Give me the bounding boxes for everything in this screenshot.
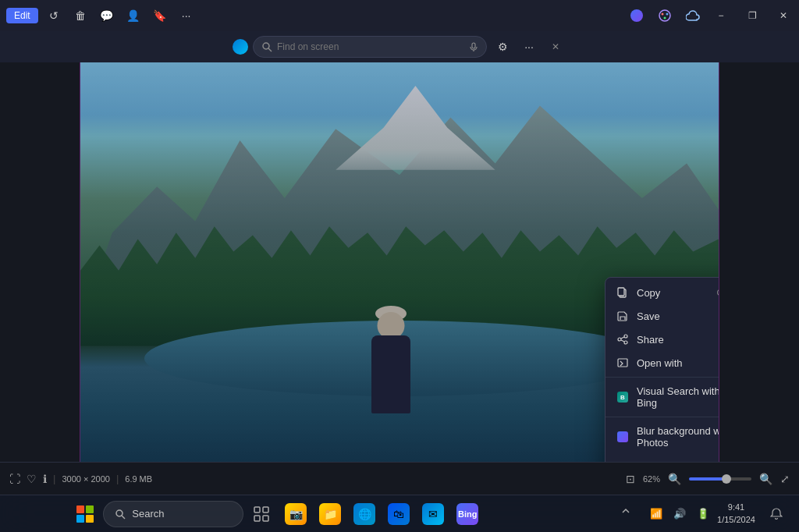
share-label: Share: [637, 334, 664, 346]
search-text: Search: [132, 508, 164, 520]
notification-button[interactable]: [760, 498, 793, 530]
speaker-icon[interactable]: 🔊: [670, 505, 689, 523]
taskbar-search-icon: [115, 509, 126, 520]
battery-icon[interactable]: 🔋: [694, 505, 712, 523]
bing-icon: B: [617, 392, 628, 403]
taskbar-edge-app[interactable]: 🌐: [348, 498, 381, 530]
svg-point-3: [664, 17, 666, 20]
clock[interactable]: 9:41 1/15/2024: [717, 502, 755, 526]
taskbar-store-app[interactable]: 🛍: [382, 498, 415, 530]
more-button[interactable]: ···: [176, 5, 197, 27]
svg-rect-9: [618, 288, 624, 296]
svg-line-5: [268, 48, 272, 51]
photos-icon-blur: [616, 431, 629, 443]
taskbar-explorer-app[interactable]: 📁: [314, 498, 346, 530]
minimize-button[interactable]: −: [705, 3, 737, 28]
edit-label: Edit: [14, 10, 30, 21]
expand-icon[interactable]: ⤢: [780, 473, 790, 485]
fit-icon[interactable]: ⊡: [626, 473, 635, 485]
menu-divider-2: [605, 417, 719, 417]
zoom-slider-container: [689, 477, 751, 481]
save-label: Save: [637, 310, 660, 322]
time-display: 9:41: [717, 502, 755, 513]
browser-more-button[interactable]: ···: [518, 36, 540, 58]
svg-point-0: [659, 10, 670, 21]
cloud-icon: [686, 10, 700, 21]
svg-rect-6: [472, 43, 475, 48]
close-button[interactable]: ✕: [768, 3, 799, 28]
undo-button[interactable]: ↺: [43, 5, 65, 27]
start-button[interactable]: [69, 498, 101, 530]
taskbar-photos-app[interactable]: 📷: [279, 498, 312, 530]
address-bar[interactable]: [253, 36, 487, 58]
notification-area-button[interactable]: [609, 498, 642, 530]
image-dimensions: 3000 × 2000: [62, 474, 109, 484]
edge-taskbar-icon: 🌐: [353, 503, 375, 525]
window-controls: − ❐ ✕: [705, 0, 799, 31]
status-bar: ⛶ ♡ ℹ | 3000 × 2000 | 6.9 MB ⊡ 62% 🔍 🔍 ⤢: [0, 462, 799, 495]
svg-line-17: [122, 516, 125, 519]
task-view-button[interactable]: [245, 498, 278, 530]
zoom-in-icon[interactable]: 🔍: [759, 473, 772, 485]
save-icon: [616, 310, 629, 322]
browser-bar: ⚙ ··· ✕: [0, 31, 799, 62]
win-logo-green: [86, 505, 94, 513]
taskbar: Search 📷 📁 🌐 🛍: [0, 495, 799, 532]
svg-point-12: [624, 341, 627, 344]
svg-rect-15: [618, 359, 627, 367]
windows-logo: [76, 505, 94, 523]
top-right-icons: [624, 0, 705, 31]
taskbar-mail-app[interactable]: ✉: [417, 498, 449, 530]
mic-icon: [469, 42, 478, 51]
menu-item-blur-background[interactable]: Blur background with Photos: [605, 420, 719, 454]
svg-point-2: [666, 13, 669, 16]
restore-button[interactable]: ❐: [737, 3, 768, 28]
menu-item-erase-objects[interactable]: Erase objects with Photos: [605, 454, 719, 462]
win-logo-red: [76, 505, 84, 513]
svg-point-4: [263, 43, 269, 49]
bing-taskbar-icon: Bing: [456, 503, 478, 525]
comment-button[interactable]: 💬: [96, 5, 118, 27]
wifi-icon[interactable]: 📶: [647, 505, 666, 523]
fullscreen-icon[interactable]: ⛶: [9, 473, 20, 485]
search-icon: [261, 41, 272, 52]
separator-2: |: [116, 473, 119, 484]
heart-icon[interactable]: ♡: [27, 473, 37, 485]
file-size: 6.9 MB: [125, 474, 152, 484]
zoom-out-icon[interactable]: 🔍: [668, 473, 681, 485]
settings-button[interactable]: ⚙: [492, 36, 513, 58]
svg-rect-21: [263, 516, 268, 521]
menu-item-copy[interactable]: Copy Ctrl+C: [605, 281, 719, 304]
color-icon-btn[interactable]: [652, 3, 677, 28]
delete-button[interactable]: 🗑: [69, 5, 91, 27]
win-logo-blue: [76, 515, 84, 523]
photos-app-icon: [617, 431, 628, 442]
taskbar-bing-app[interactable]: Bing: [451, 498, 484, 530]
context-menu: Copy Ctrl+C Save Share: [605, 277, 719, 462]
menu-item-open-with[interactable]: Open with ›: [605, 351, 719, 374]
open-with-label: Open with: [637, 357, 683, 369]
bookmark-button[interactable]: 🔖: [149, 5, 171, 27]
browser-logo: [233, 39, 248, 55]
edit-button[interactable]: Edit: [6, 8, 38, 23]
cloud-icon-btn[interactable]: [680, 3, 705, 28]
person-button[interactable]: 👤: [123, 5, 144, 27]
bing-icon: [630, 9, 643, 22]
menu-item-visual-search[interactable]: B Visual Search with Bing: [605, 380, 719, 414]
taskbar-right: 📶 🔊 🔋 9:41 1/15/2024: [609, 498, 793, 530]
notification-chevron-icon: [620, 508, 632, 520]
status-right: ⊡ 62% 🔍 🔍 ⤢: [626, 473, 790, 485]
copy-label: Copy: [637, 287, 660, 299]
browser-close-button[interactable]: ✕: [545, 36, 566, 58]
menu-item-share[interactable]: Share: [605, 328, 719, 351]
task-view-icon: [254, 506, 269, 522]
taskbar-center: Search 📷 📁 🌐 🛍: [69, 498, 484, 530]
menu-item-save[interactable]: Save: [605, 304, 719, 328]
copy-shortcut: Ctrl+C: [717, 288, 719, 297]
search-input[interactable]: [277, 41, 464, 52]
zoom-slider[interactable]: [689, 477, 751, 481]
svg-point-10: [624, 335, 627, 338]
bing-icon-btn[interactable]: [624, 3, 649, 28]
info-icon[interactable]: ℹ: [43, 473, 47, 485]
taskbar-search[interactable]: Search: [103, 501, 243, 527]
